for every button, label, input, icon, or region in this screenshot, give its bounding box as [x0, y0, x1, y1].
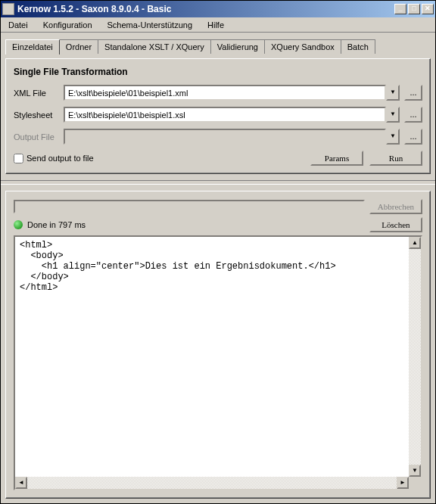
tab-standalone[interactable]: Standalone XSLT / XQuery [98, 39, 211, 54]
menu-konfiguration[interactable]: Konfiguration [40, 19, 95, 31]
xml-file-label: XML File [14, 89, 59, 98]
titlebar: Kernow 1.5.2 - Saxon 8.9.0.4 - Basic _ □… [1, 1, 435, 17]
stylesheet-browse[interactable]: ... [404, 107, 422, 123]
main-window: Kernow 1.5.2 - Saxon 8.9.0.4 - Basic _ □… [0, 0, 436, 504]
panel-divider [1, 180, 435, 185]
send-output-label: Send output to file [26, 154, 94, 163]
output-content[interactable]: <html> <body> <h1 align="center">Dies is… [15, 237, 421, 489]
output-file-input [64, 129, 386, 145]
tab-sandbox[interactable]: XQuery Sandbox [264, 39, 341, 54]
tab-ordner[interactable]: Ordner [59, 39, 98, 54]
scroll-right-icon[interactable]: ► [397, 477, 409, 489]
abbrechen-button: Abbrechen [369, 199, 422, 214]
vertical-scrollbar[interactable]: ▲ ▼ [409, 237, 421, 477]
stylesheet-input[interactable] [64, 107, 386, 123]
scroll-corner [409, 477, 421, 489]
output-file-label: Output File [14, 132, 59, 142]
scroll-down-icon[interactable]: ▼ [409, 465, 421, 477]
menubar: Datei Konfiguration Schema-Unterstützung… [1, 17, 435, 33]
scroll-track-v[interactable] [409, 249, 421, 465]
window-title: Kernow 1.5.2 - Saxon 8.9.0.4 - Basic [17, 4, 394, 14]
output-panel: Abbrechen Done in 797 ms Löschen <html> … [5, 191, 431, 499]
tab-bar: Einzeldatei Ordner Standalone XSLT / XQu… [5, 37, 431, 54]
status-text: Done in 797 ms [27, 220, 365, 229]
output-file-browse[interactable]: ... [404, 129, 422, 145]
transformation-panel: Single File Transformation XML File ▼ ..… [5, 58, 431, 174]
minimize-button[interactable]: _ [394, 4, 406, 14]
menu-schema[interactable]: Schema-Unterstützung [104, 19, 196, 31]
run-button[interactable]: Run [369, 151, 422, 166]
horizontal-scrollbar[interactable]: ◄ ► [15, 477, 409, 489]
scroll-left-icon[interactable]: ◄ [15, 477, 27, 489]
params-button[interactable]: Params [310, 151, 363, 166]
loeschen-button[interactable]: Löschen [369, 217, 422, 232]
tab-validierung[interactable]: Validierung [210, 39, 265, 54]
output-area: <html> <body> <h1 align="center">Dies is… [14, 235, 422, 490]
scroll-up-icon[interactable]: ▲ [409, 237, 421, 249]
send-output-checkbox[interactable]: Send output to file [14, 154, 304, 163]
stylesheet-dropdown[interactable]: ▼ [386, 107, 400, 123]
output-file-dropdown[interactable]: ▼ [386, 129, 400, 145]
progress-bar [14, 200, 365, 213]
xml-file-browse[interactable]: ... [404, 85, 422, 101]
xml-file-input[interactable] [64, 85, 386, 101]
xml-file-dropdown[interactable]: ▼ [386, 85, 400, 101]
send-output-checkbox-input[interactable] [14, 154, 23, 163]
app-icon [2, 3, 14, 15]
close-button[interactable]: ✕ [422, 4, 434, 14]
tab-batch[interactable]: Batch [341, 39, 375, 54]
scroll-track-h[interactable] [27, 477, 397, 489]
maximize-button[interactable]: □ [408, 4, 420, 14]
menu-datei[interactable]: Datei [5, 19, 31, 31]
section-title: Single File Transformation [14, 67, 422, 77]
tab-einzeldatei[interactable]: Einzeldatei [5, 39, 60, 54]
menu-hilfe[interactable]: Hilfe [204, 19, 227, 31]
stylesheet-label: Stylesheet [14, 110, 59, 120]
status-icon [14, 220, 23, 229]
